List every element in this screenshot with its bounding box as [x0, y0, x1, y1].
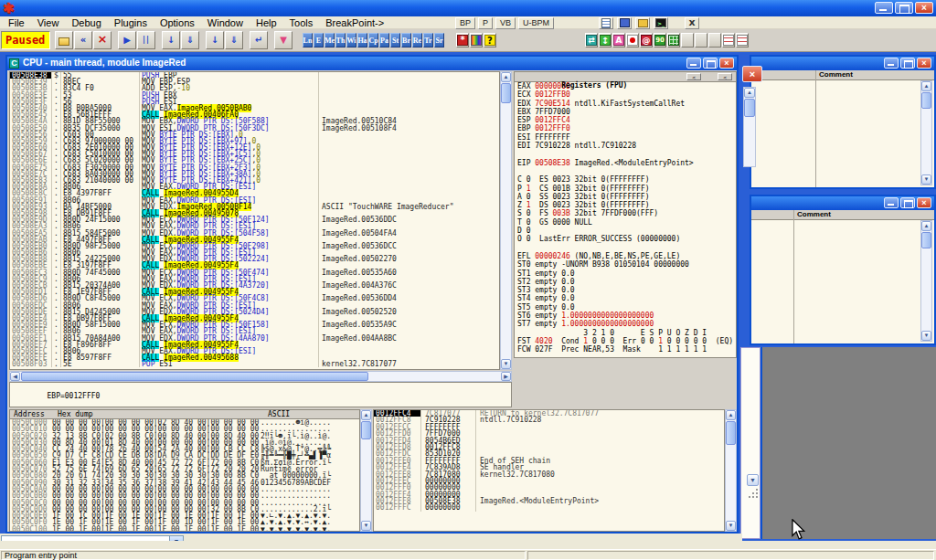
- scroll-right-icon[interactable]: ▶: [501, 372, 511, 381]
- cpu-maximize-button[interactable]: [703, 58, 718, 69]
- toolbar-letter-st[interactable]: St: [390, 33, 400, 48]
- toolbar-button-animate-into-icon[interactable]: ↓: [206, 31, 224, 49]
- toolbar-button-pause-icon[interactable]: ||: [137, 31, 155, 49]
- toolbar-button-sync-icon[interactable]: ⇄: [585, 33, 598, 48]
- register-line[interactable]: [515, 167, 736, 175]
- hex-vscroll-thumb[interactable]: [361, 421, 371, 439]
- minimize-button[interactable]: [884, 197, 899, 208]
- registers-prev-icon[interactable]: <: [686, 73, 701, 80]
- menu-item-window[interactable]: Window: [201, 17, 250, 28]
- maximize-button[interactable]: [900, 197, 915, 208]
- toolbar-button-go-back-icon[interactable]: «: [74, 31, 92, 49]
- scroll-down-icon[interactable]: ▼: [921, 331, 931, 341]
- cpu-minimize-button[interactable]: [686, 58, 701, 69]
- plugin-button-ubpm[interactable]: U-BPM: [518, 17, 554, 29]
- scroll-up-icon[interactable]: ▲: [744, 88, 755, 98]
- column-divider[interactable]: [815, 70, 816, 187]
- toolbar-button-list-rows-icon[interactable]: [736, 33, 749, 48]
- disasm-vscroll-thumb[interactable]: [501, 83, 511, 103]
- stack-vscrollbar[interactable]: ▲ ▼: [725, 409, 737, 532]
- toolbar-button-window-grid-icon[interactable]: [667, 33, 680, 48]
- scroll-thumb[interactable]: [921, 232, 931, 248]
- scroll-up-icon[interactable]: ▲: [726, 410, 736, 420]
- toolbar-letter-wi[interactable]: Wi: [346, 33, 356, 48]
- disasm-row[interactable]: 00508E3E.53PUSH EBX: [10, 92, 499, 99]
- register-line[interactable]: ST4 empty 0.0: [515, 294, 736, 302]
- resize-grip[interactable]: [747, 488, 759, 500]
- register-line[interactable]: P 1 CS 001B 32bit 0(FFFFFFFF): [515, 185, 736, 193]
- disasm-row[interactable]: 00508EFE.E8 8597F8FFCALL ImageRed.004956…: [10, 354, 499, 361]
- background-window-close-button[interactable]: ×: [742, 66, 762, 82]
- toolbar-button-open-folder-icon[interactable]: [55, 31, 73, 49]
- disasm-hscrollbar[interactable]: ◀ ▶: [9, 371, 512, 382]
- register-line[interactable]: FCW 027F Prec NEAR,53 Mask 1 1 1 1 1 1: [515, 345, 736, 354]
- scroll-down-icon[interactable]: ▼: [726, 521, 736, 531]
- toolbar-letter-pa[interactable]: Pa: [379, 33, 389, 48]
- menu-item-view[interactable]: View: [31, 17, 66, 28]
- toolbar-letter-cp[interactable]: Cp: [368, 33, 378, 48]
- register-line[interactable]: EBP 0012FFF0: [515, 124, 736, 132]
- toolbar-button-run-icon[interactable]: ▶: [118, 31, 136, 49]
- close-button[interactable]: ×: [917, 58, 931, 69]
- disasm-row[interactable]: 00508F03.5EPOP ESIkernel32.7C817077: [10, 361, 499, 367]
- toolbar-button-record-icon[interactable]: [626, 33, 639, 48]
- toolbar-button-updown-icon[interactable]: ↕: [599, 33, 612, 48]
- plugin-button-p[interactable]: P: [478, 17, 493, 29]
- background-window-vscrollbar[interactable]: ▲: [743, 87, 756, 167]
- register-line[interactable]: S 0 FS 003B 32bit 7FFDF000(FFF): [515, 209, 736, 217]
- toolbar-letter-sr[interactable]: Sr: [434, 33, 444, 48]
- toolbar-button-step-over-icon[interactable]: ⇓: [181, 31, 199, 49]
- menu-item-options[interactable]: Options: [154, 17, 201, 28]
- register-line[interactable]: ST7 empty 1.0000000000000000000: [515, 320, 736, 328]
- stack-pane[interactable]: 0012FFC47C817077RETURN to kernel32.7C817…: [373, 409, 725, 532]
- register-line[interactable]: ST6 empty 1.0000000000000000000: [515, 312, 736, 320]
- toolbar-button-digits-icon[interactable]: 90: [654, 33, 666, 48]
- info-pane[interactable]: EBP=0012FFF0: [9, 382, 512, 407]
- cpu-close-button[interactable]: ×: [719, 58, 734, 69]
- scroll-down-icon[interactable]: ▼: [921, 174, 931, 185]
- plugin-book-icon[interactable]: [617, 17, 632, 29]
- hex-col-ascii[interactable]: ASCII: [268, 410, 290, 418]
- register-line[interactable]: ST5 empty 0.0: [515, 303, 736, 312]
- scroll-thumb[interactable]: [744, 99, 755, 117]
- toolbar-letter-ln[interactable]: Ln: [303, 33, 313, 48]
- scroll-down-icon[interactable]: ▼: [501, 359, 511, 369]
- register-line[interactable]: ST1 empty 0.0: [515, 269, 736, 278]
- registers-pane[interactable]: Registers (FPU) < < EAX 00000000ECX 0012…: [514, 71, 737, 358]
- plugin-button-bp[interactable]: BP: [455, 17, 475, 29]
- registers-next-icon[interactable]: <: [718, 73, 732, 80]
- scroll-up-icon[interactable]: ▲: [361, 410, 371, 420]
- toolbar-letter-tr[interactable]: Tr: [423, 33, 433, 48]
- toolbar-button-list-cols-icon[interactable]: [722, 33, 735, 48]
- disasm-row[interactable]: 00508E38$55PUSH EBP: [10, 72, 499, 79]
- hex-col-hexdump[interactable]: Hex dump: [58, 410, 93, 418]
- register-line[interactable]: ST0 empty -UNORM B938 01050104 00000000: [515, 260, 736, 269]
- menu-item-debug[interactable]: Debug: [65, 17, 107, 28]
- comment-top-vscrollbar[interactable]: ▲ ▼: [920, 80, 932, 185]
- menu-item-breakpoint[interactable]: BreakPoint->: [319, 17, 390, 28]
- register-line[interactable]: 3 2 1 0 E S P U O Z D I: [515, 329, 736, 337]
- disasm-vscrollbar[interactable]: ▲ ▼: [500, 71, 512, 370]
- register-line[interactable]: ST3 empty 0.0: [515, 286, 736, 294]
- register-line[interactable]: EDI 7C910228 ntdll.7C910228: [515, 142, 736, 150]
- plugin-folder-icon[interactable]: [635, 17, 650, 29]
- toolbar-button-step-into-icon[interactable]: ↓: [162, 31, 180, 49]
- hexdump-pane[interactable]: 0050C00000 00 00 00|00 00 00 00|02 8D 40…: [9, 419, 360, 532]
- register-line[interactable]: O 0 LastErr ERROR_SUCCESS (00000000): [515, 235, 736, 243]
- toolbar-button-execute-return-icon[interactable]: ↵: [250, 31, 268, 49]
- minimize-button[interactable]: [875, 2, 893, 14]
- scroll-down-icon[interactable]: ▼: [747, 474, 759, 486]
- toolbar-letter-me[interactable]: Me: [324, 33, 335, 48]
- toolbar-letter-e[interactable]: E: [314, 33, 324, 48]
- comment-column-header[interactable]: Comment: [751, 210, 934, 220]
- toolbar-letter-br[interactable]: Br: [401, 33, 411, 48]
- toolbar-letter-th[interactable]: Th: [335, 33, 346, 48]
- register-line[interactable]: A 0 SS 0023 32bit 0(FFFFFFFF): [515, 193, 736, 201]
- menu-item-tools[interactable]: Tools: [283, 17, 320, 28]
- disasm-hscroll-thumb[interactable]: [21, 372, 368, 381]
- column-divider[interactable]: [793, 210, 794, 343]
- plugin-notepad-icon[interactable]: [599, 17, 613, 29]
- close-button[interactable]: ×: [915, 2, 933, 14]
- register-line[interactable]: FST 4020 Cond 1 0 0 0 Err 0 0 1 0 0 0 0 …: [515, 337, 736, 345]
- register-line[interactable]: EFL 00000246 (NO,NB,E,BE,NS,PE,GE,LE): [515, 252, 736, 260]
